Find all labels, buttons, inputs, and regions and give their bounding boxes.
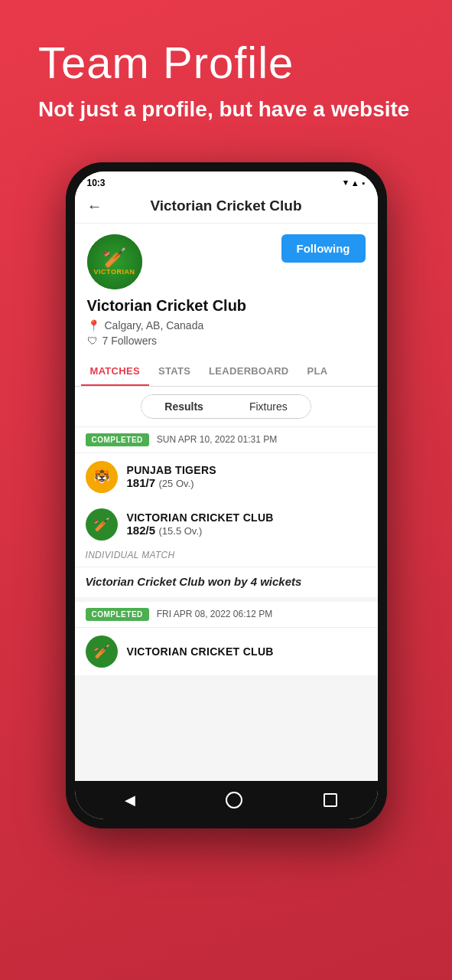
match-date-2: FRI APR 08, 2022 06:12 PM xyxy=(157,609,272,619)
back-button[interactable]: ← xyxy=(87,198,102,215)
following-button[interactable]: Following xyxy=(281,234,366,263)
team-logo-inner: 🏏 VICTORIAN xyxy=(87,234,142,289)
fixtures-toggle[interactable]: Fixtures xyxy=(226,395,311,418)
nav-back-button[interactable]: ◀ xyxy=(115,789,145,812)
status-time: 10:3 xyxy=(87,178,106,188)
victorian-overs: (15.5 Ov.) xyxy=(159,525,203,537)
match-result-1: Victorian Cricket Club won by 4 wickets xyxy=(75,567,378,597)
team-row-victorian-2: 🏏 VICTORIAN CRICKET CLUB xyxy=(75,628,378,675)
punjab-info: PUNJAB TIGERS 181/7 (25 Ov.) xyxy=(127,464,367,490)
cricket-figure-icon: 🏏 xyxy=(102,247,127,267)
battery-icon: ▪ xyxy=(363,178,366,188)
victorian-info: VICTORIAN CRICKET CLUB 182/5 (15.5 Ov.) xyxy=(127,511,367,537)
profile-section: 🏏 VICTORIAN Following xyxy=(75,224,378,297)
team-name: Victorian Cricket Club xyxy=(87,297,366,315)
victorian-thumb-icon: 🏏 xyxy=(93,516,110,533)
victorian-info-2: VICTORIAN CRICKET CLUB xyxy=(127,645,367,658)
team-info: Victorian Cricket Club 📍 Calgary, AB, Ca… xyxy=(75,297,378,358)
victorian-thumb-icon-2: 🏏 xyxy=(93,643,110,660)
match-header-1: COMPLETED SUN APR 10, 2022 01:31 PM xyxy=(75,427,378,453)
results-toggle[interactable]: Results xyxy=(141,395,226,418)
followers-icon: 🛡 xyxy=(87,335,98,347)
punjab-logo: 🐯 xyxy=(86,461,118,493)
app-bar: ← Victorian Cricket Club xyxy=(75,191,378,224)
bottom-nav: ◀ xyxy=(75,781,378,819)
punjab-name: PUNJAB TIGERS xyxy=(127,464,367,476)
victorian-score-row: 182/5 (15.5 Ov.) xyxy=(127,524,367,537)
completed-badge-1: COMPLETED xyxy=(86,433,149,446)
scroll-content: Results Fixtures COMPLETED SUN APR 10, 2… xyxy=(75,387,378,781)
tiger-icon: 🐯 xyxy=(93,469,110,485)
match-type-1: INDIVIDUAL MATCH xyxy=(75,548,378,567)
hero-section: Team Profile Not just a profile, but hav… xyxy=(0,0,452,147)
match-card-2[interactable]: COMPLETED FRI APR 08, 2022 06:12 PM 🏏 VI… xyxy=(75,602,378,675)
tab-players[interactable]: PLA xyxy=(298,358,337,386)
hero-subtitle: Not just a profile, but have a website xyxy=(38,95,421,124)
victorian-name: VICTORIAN CRICKET CLUB xyxy=(127,511,367,524)
signal-icon: ▲ xyxy=(351,178,359,188)
nav-recents-button[interactable] xyxy=(324,793,337,807)
wifi-icon: ▾ xyxy=(343,178,348,188)
victorian-name-2: VICTORIAN CRICKET CLUB xyxy=(127,645,367,658)
toggle-row: Results Fixtures xyxy=(75,387,378,427)
tabs-row: MATCHES STATS LEADERBOARD PLA xyxy=(75,358,378,387)
location-text: Calgary, AB, Canada xyxy=(105,319,204,332)
team-logo: 🏏 VICTORIAN xyxy=(87,234,142,289)
victorian-logo-thumb-2: 🏏 xyxy=(86,635,118,668)
tab-leaderboard[interactable]: LEADERBOARD xyxy=(200,358,298,386)
match-card-1[interactable]: COMPLETED SUN APR 10, 2022 01:31 PM 🐯 PU… xyxy=(75,427,378,597)
punjab-overs: (25 Ov.) xyxy=(159,478,194,489)
app-bar-title: Victorian Cricket Club xyxy=(110,198,343,214)
team-logo-text: VICTORIAN xyxy=(94,269,135,276)
team-followers: 🛡 7 Followers xyxy=(87,335,366,347)
phone-frame: 10:3 ▾ ▲ ▪ ← Victorian Cricket Club 🏏 VI… xyxy=(66,162,387,828)
team-location: 📍 Calgary, AB, Canada xyxy=(87,319,366,332)
match-date-1: SUN APR 10, 2022 01:31 PM xyxy=(157,434,277,445)
status-bar: 10:3 ▾ ▲ ▪ xyxy=(75,172,378,191)
tab-stats[interactable]: STATS xyxy=(149,358,200,386)
team-row-victorian: 🏏 VICTORIAN CRICKET CLUB 182/5 (15.5 Ov.… xyxy=(75,501,378,548)
location-icon: 📍 xyxy=(87,319,100,332)
victorian-logo-thumb: 🏏 xyxy=(86,508,118,541)
phone-inner: 10:3 ▾ ▲ ▪ ← Victorian Cricket Club 🏏 VI… xyxy=(75,172,378,819)
completed-badge-2: COMPLETED xyxy=(86,608,149,621)
match-header-2: COMPLETED FRI APR 08, 2022 06:12 PM xyxy=(75,602,378,628)
toggle-group: Results Fixtures xyxy=(141,394,311,419)
hero-title: Team Profile xyxy=(38,38,421,87)
punjab-score: 181/7 (25 Ov.) xyxy=(127,476,367,490)
team-row-punjab: 🐯 PUNJAB TIGERS 181/7 (25 Ov.) xyxy=(75,453,378,501)
punjab-score-value: 181/7 xyxy=(127,476,156,489)
status-icons: ▾ ▲ ▪ xyxy=(343,178,366,188)
followers-count: 7 Followers xyxy=(102,335,158,347)
tab-matches[interactable]: MATCHES xyxy=(81,358,149,386)
victorian-score-value: 182/5 xyxy=(127,524,156,537)
nav-home-button[interactable] xyxy=(226,792,242,808)
phone-wrapper: 10:3 ▾ ▲ ▪ ← Victorian Cricket Club 🏏 VI… xyxy=(0,162,452,828)
